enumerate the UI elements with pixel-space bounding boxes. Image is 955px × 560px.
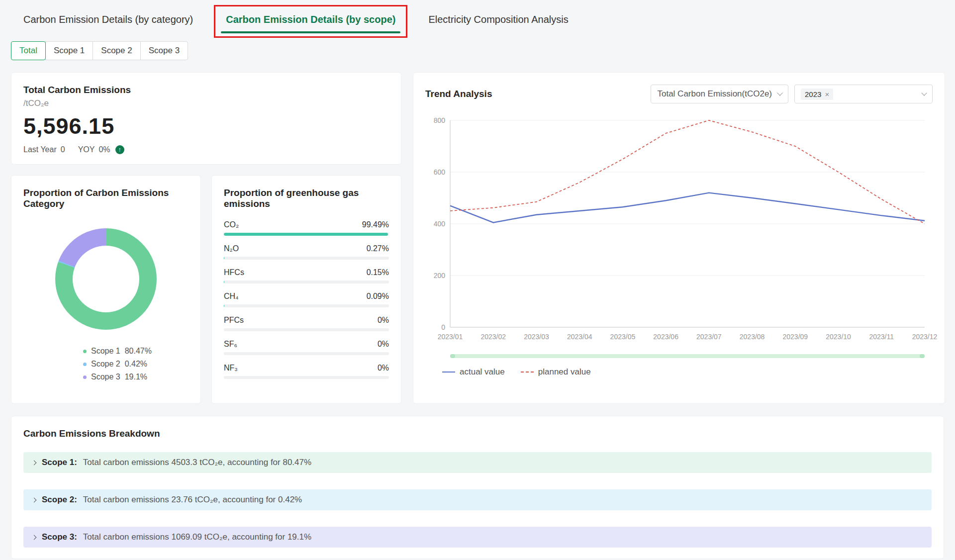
legend-dot — [83, 350, 87, 353]
legend-item-scope-1: Scope 1 80.47% — [83, 347, 152, 356]
legend-planned-value[interactable]: planned value — [521, 367, 591, 377]
svg-text:2023/10: 2023/10 — [826, 333, 851, 341]
filter-scope-2[interactable]: Scope 2 — [93, 41, 140, 60]
last-year-label: Last Year — [23, 145, 57, 154]
chevron-right-icon[interactable] — [32, 497, 37, 502]
tab-by-category[interactable]: Carbon Emission Details (by category) — [18, 7, 198, 33]
metric-select[interactable]: Total Carbon Emission(tCO2e) — [651, 85, 788, 103]
breakdown-row-text: Total carbon emissions 1069.09 tCO₂e, ac… — [83, 532, 311, 542]
slider-handle-right[interactable] — [920, 354, 925, 358]
top-tab-bar: Carbon Emission Details (by category) Ca… — [0, 0, 955, 33]
tag-close-icon[interactable]: × — [825, 90, 829, 98]
breakdown-row-scope-3[interactable]: Scope 3: Total carbon emissions 1069.09 … — [23, 527, 932, 548]
breakdown-row-text: Total carbon emissions 23.76 tCO₂e, acco… — [83, 495, 302, 505]
svg-text:2023/11: 2023/11 — [869, 333, 894, 341]
slider-handle-left[interactable] — [450, 354, 455, 358]
tab-label: Carbon Emission Details (by scope) — [226, 14, 395, 25]
chart-zoom-slider[interactable] — [450, 354, 925, 358]
legend-label: Scope 3 — [91, 373, 120, 381]
emissions-breakdown-card: Carbon Emissions Breakdown Scope 1: Tota… — [11, 416, 944, 559]
tab-electricity-analysis[interactable]: Electricity Composition Analysis — [423, 7, 573, 33]
breakdown-scope-label: Scope 3: — [42, 532, 77, 542]
yoy-label: YOY — [78, 145, 95, 154]
gas-bar-track — [224, 352, 389, 355]
gas-value: 0.09% — [367, 292, 389, 301]
tab-by-scope[interactable]: Carbon Emission Details (by scope) — [221, 7, 400, 33]
year-tag: 2023 × — [801, 89, 833, 100]
svg-text:2023/09: 2023/09 — [783, 333, 808, 341]
svg-text:800: 800 — [434, 116, 446, 124]
gas-value: 0.15% — [367, 268, 389, 277]
svg-text:2023/04: 2023/04 — [567, 333, 592, 341]
legend-label: Scope 1 — [91, 347, 120, 356]
gas-row-sf6: SF₆0% — [224, 340, 389, 355]
chevron-right-icon[interactable] — [32, 535, 37, 540]
breakdown-row-scope-2[interactable]: Scope 2: Total carbon emissions 23.76 tC… — [23, 489, 932, 510]
legend-value: 80.47% — [125, 347, 152, 356]
svg-text:2023/02: 2023/02 — [480, 333, 506, 341]
svg-text:2023/01: 2023/01 — [438, 333, 463, 341]
chevron-down-icon — [777, 90, 782, 95]
breakdown-scope-label: Scope 2: — [42, 495, 77, 505]
gas-value: 0% — [378, 364, 389, 373]
active-tab-underline — [221, 31, 400, 33]
gas-bar-track — [224, 280, 389, 283]
gas-row-n2o: N₂O0.27% — [224, 244, 389, 260]
gas-value: 0% — [378, 316, 389, 325]
legend-label: Scope 2 — [91, 360, 120, 369]
total-emissions-value: 5,596.15 — [23, 113, 389, 139]
gas-label: N₂O — [224, 244, 239, 253]
svg-text:2023/03: 2023/03 — [524, 333, 549, 341]
trend-analysis-title: Trend Analysis — [425, 89, 492, 99]
metric-select-value: Total Carbon Emission(tCO2e) — [657, 89, 772, 99]
gas-bar-fill — [224, 233, 388, 236]
gas-row-pfcs: PFCs0% — [224, 316, 389, 331]
legend-actual-value[interactable]: actual value — [442, 367, 505, 377]
gas-row-ch4: CH₄0.09% — [224, 292, 389, 307]
total-emissions-title: Total Carbon Emissions — [23, 85, 389, 95]
svg-text:2023/08: 2023/08 — [740, 333, 765, 341]
category-proportion-card: Proportion of Carbon Emissions Category … — [11, 175, 201, 404]
category-proportion-title: Proportion of Carbon Emissions Category — [23, 187, 189, 209]
year-select[interactable]: 2023 × — [794, 85, 933, 103]
filter-scope-3[interactable]: Scope 3 — [140, 41, 188, 60]
total-emissions-unit: /tCO₂e — [23, 98, 389, 108]
gas-bar-track — [224, 328, 389, 331]
scope-filter-group: Total Scope 1 Scope 2 Scope 3 — [11, 41, 955, 60]
filter-scope-1[interactable]: Scope 1 — [45, 41, 93, 60]
breakdown-row-text: Total carbon emissions 4503.3 tCO₂e, acc… — [83, 458, 311, 467]
chevron-down-icon — [921, 90, 927, 95]
svg-text:2023/07: 2023/07 — [696, 333, 722, 341]
legend-label: actual value — [460, 367, 505, 377]
category-legend: Scope 1 80.47% Scope 2 0.42% Scope 3 19.… — [83, 347, 152, 381]
breakdown-row-scope-1[interactable]: Scope 1: Total carbon emissions 4503.3 t… — [23, 452, 932, 473]
legend-label: planned value — [538, 367, 591, 377]
svg-text:600: 600 — [434, 168, 446, 176]
filter-total[interactable]: Total — [11, 41, 46, 60]
trend-analysis-card: Trend Analysis Total Carbon Emission(tCO… — [413, 72, 945, 404]
gas-label: SF₆ — [224, 340, 237, 349]
solid-line-icon — [442, 372, 455, 373]
gas-bar-track — [224, 233, 389, 236]
total-emissions-meta: Last Year 0 YOY 0% ↑ — [23, 145, 389, 154]
legend-item-scope-2: Scope 2 0.42% — [83, 360, 152, 369]
legend-item-scope-3: Scope 3 19.1% — [83, 373, 152, 381]
tab-label: Carbon Emission Details (by category) — [23, 14, 193, 25]
total-emissions-card: Total Carbon Emissions /tCO₂e 5,596.15 L… — [11, 72, 401, 165]
gas-label: HFCs — [224, 268, 244, 277]
trend-up-icon: ↑ — [115, 145, 124, 154]
gas-value: 0% — [378, 340, 389, 349]
gas-value: 99.49% — [362, 220, 389, 229]
gas-bar-track — [224, 257, 389, 260]
gas-bar-track — [224, 304, 389, 307]
dashed-line-icon — [521, 372, 534, 373]
year-tag-label: 2023 — [805, 90, 821, 98]
gas-value: 0.27% — [367, 244, 389, 253]
chevron-right-icon[interactable] — [32, 460, 37, 465]
breakdown-title: Carbon Emissions Breakdown — [23, 428, 932, 439]
svg-text:400: 400 — [434, 220, 446, 228]
gas-bar-fill — [224, 257, 224, 260]
svg-text:0: 0 — [441, 323, 445, 331]
svg-text:2023/06: 2023/06 — [653, 333, 678, 341]
legend-value: 19.1% — [125, 373, 147, 381]
